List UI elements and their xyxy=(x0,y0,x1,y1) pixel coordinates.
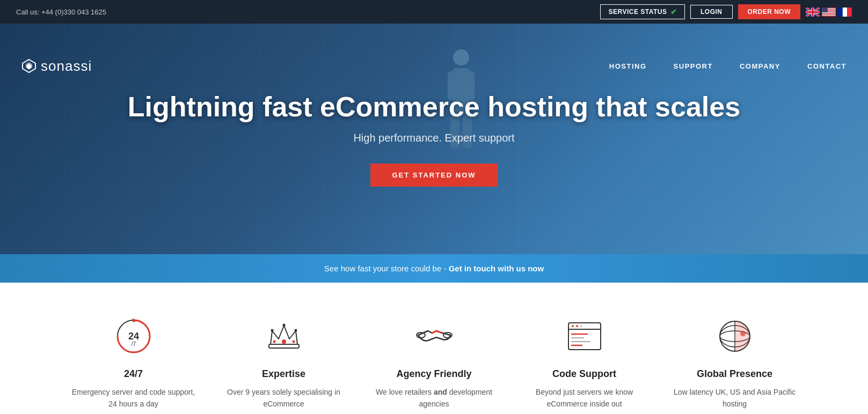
svg-text:24: 24 xyxy=(128,331,138,342)
blue-band-cta[interactable]: Get in touch with us now xyxy=(449,264,544,273)
get-started-button[interactable]: GET STARTED NOW xyxy=(370,164,497,187)
hero-title: Lightning fast eCommerce hosting that sc… xyxy=(128,91,740,123)
logo[interactable]: sonassi xyxy=(21,58,92,75)
svg-rect-6 xyxy=(822,13,836,14)
svg-rect-10 xyxy=(843,8,848,17)
feature-code-support: Code Support Beyond just servers we know… xyxy=(509,315,660,410)
blue-band-text: See how fast your store could be - xyxy=(324,264,449,273)
features-section: 24 /7 24/7 Emergency server and code sup… xyxy=(0,283,868,414)
expertise-icon xyxy=(262,315,305,358)
top-bar: Call us: +44 (0)330 043 1625 SERVICE STA… xyxy=(0,0,868,24)
nav-links: HOSTING SUPPORT COMPANY CONTACT xyxy=(609,62,847,70)
feature-expertise-title: Expertise xyxy=(220,368,348,380)
svg-rect-8 xyxy=(822,8,828,12)
order-now-button[interactable]: ORDER NOW xyxy=(738,4,801,19)
nav-support[interactable]: SUPPORT xyxy=(674,62,713,70)
svg-point-31 xyxy=(294,329,297,332)
feature-agency: Agency Friendly We love retailers and de… xyxy=(359,315,509,410)
247-icon: 24 /7 xyxy=(112,315,155,358)
us-flag[interactable] xyxy=(822,8,836,17)
hero-section: sonassi HOSTING SUPPORT COMPANY CONTACT … xyxy=(0,24,868,254)
logo-text: sonassi xyxy=(41,58,92,75)
svg-point-38 xyxy=(580,325,582,327)
feature-247-title: 24/7 xyxy=(69,368,198,380)
svg-rect-9 xyxy=(838,8,843,17)
feature-global-desc: Low latency UK, US and Asia Pacific host… xyxy=(670,386,799,410)
feature-247: 24 /7 24/7 Emergency server and code sup… xyxy=(59,315,209,410)
svg-point-28 xyxy=(292,341,295,343)
navbar: sonassi HOSTING SUPPORT COMPANY CONTACT xyxy=(0,47,868,85)
svg-rect-11 xyxy=(847,8,852,17)
feature-agency-title: Agency Friendly xyxy=(370,368,499,380)
nav-company[interactable]: COMPANY xyxy=(740,62,781,70)
global-icon xyxy=(713,315,756,358)
nav-hosting[interactable]: HOSTING xyxy=(609,62,647,70)
top-bar-actions: SERVICE STATUS ✔ LOGIN ORDER NOW xyxy=(600,4,852,19)
language-flags xyxy=(806,8,852,17)
hero-subtitle: High performance. Expert support xyxy=(128,132,740,144)
svg-point-36 xyxy=(572,325,574,327)
uk-flag[interactable] xyxy=(806,8,820,17)
svg-point-37 xyxy=(576,325,578,327)
svg-rect-7 xyxy=(822,15,836,16)
phone-number: Call us: +44 (0)330 043 1625 xyxy=(16,8,106,16)
svg-rect-25 xyxy=(269,344,299,348)
checkmark-icon: ✔ xyxy=(670,8,677,16)
svg-rect-5 xyxy=(822,12,836,12)
feature-expertise: Expertise Over 9 years solely specialisi… xyxy=(209,315,359,410)
feature-code-support-title: Code Support xyxy=(520,368,649,380)
feature-global-title: Global Presence xyxy=(670,368,799,380)
feature-agency-desc: We love retailers and development agenci… xyxy=(370,386,499,410)
code-support-icon xyxy=(563,315,606,358)
svg-point-27 xyxy=(273,341,275,343)
feature-code-support-desc: Beyond just servers we know eCommerce in… xyxy=(520,386,649,410)
hero-content: Lightning fast eCommerce hosting that sc… xyxy=(128,91,740,187)
logo-icon xyxy=(21,58,37,73)
feature-global: Global Presence Low latency UK, US and A… xyxy=(660,315,810,410)
feature-expertise-desc: Over 9 years solely specialising in eCom… xyxy=(220,386,348,410)
svg-point-30 xyxy=(282,324,285,327)
service-status-button[interactable]: SERVICE STATUS ✔ xyxy=(600,4,685,19)
french-flag[interactable] xyxy=(838,8,852,17)
svg-point-47 xyxy=(740,331,746,336)
svg-point-26 xyxy=(282,339,286,344)
svg-text:/7: /7 xyxy=(131,341,136,347)
feature-247-desc: Emergency server and code support, 24 ho… xyxy=(69,386,198,410)
login-button[interactable]: LOGIN xyxy=(690,5,733,19)
nav-contact[interactable]: CONTACT xyxy=(807,62,847,70)
svg-point-29 xyxy=(271,329,273,332)
blue-band: See how fast your store could be - Get i… xyxy=(0,254,868,283)
agency-icon xyxy=(413,315,456,358)
